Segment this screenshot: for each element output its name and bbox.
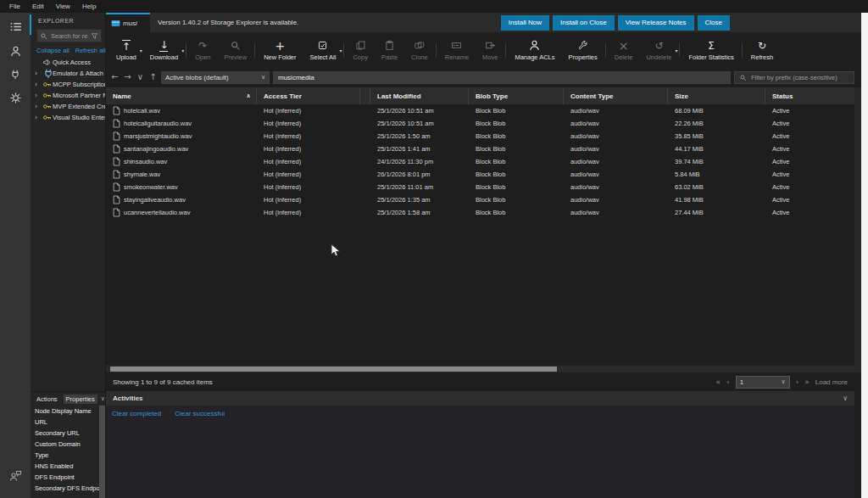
activities-link[interactable]: Clear successful: [175, 410, 225, 417]
resource-search-input[interactable]: [49, 31, 89, 41]
toolbar-button[interactable]: ↷ Open: [188, 39, 217, 61]
menu-item[interactable]: File: [3, 3, 26, 10]
toolbar-button[interactable]: Preview: [218, 39, 254, 61]
property-label[interactable]: HNS Enabled: [31, 461, 105, 472]
next-page-icon[interactable]: ›: [796, 378, 799, 386]
property-label[interactable]: URL: [31, 417, 105, 428]
toolbar-button[interactable]: Properties: [562, 39, 604, 61]
column-header-blob-type[interactable]: Blob Type: [469, 87, 564, 104]
scrollbar-thumb[interactable]: [110, 367, 557, 372]
toolbar-button[interactable]: Rename: [438, 39, 476, 61]
property-label[interactable]: Secondary DFS Endpoint: [31, 483, 105, 494]
property-label[interactable]: Custom Domain: [31, 439, 105, 450]
activity-bar-icon[interactable]: [8, 20, 23, 34]
toolbar-button[interactable]: Copy: [346, 39, 375, 61]
caret-down-icon[interactable]: ▾: [339, 48, 342, 53]
load-more-link[interactable]: Load more: [815, 378, 848, 386]
toolbar-button[interactable]: Move: [476, 39, 504, 61]
table-row[interactable]: hotelcaliguitaraudio.wav Hot (inferred) …: [106, 117, 854, 130]
banner-button[interactable]: Install on Close: [553, 15, 615, 31]
toolbar-button[interactable]: Manage ACLs: [508, 39, 561, 61]
table-row[interactable]: santanajingoaudio.wav Hot (inferred) 25/…: [106, 143, 854, 155]
page-selector[interactable]: 1 ∨: [736, 376, 790, 389]
tree-item[interactable]: › MVP Extended Cre: [31, 101, 105, 112]
chevron-down-icon[interactable]: ∨: [843, 395, 848, 402]
table-row[interactable]: smokeonwater.wav Hot (inferred) 25/1/202…: [106, 181, 854, 193]
column-header-status[interactable]: Status: [765, 87, 854, 104]
toolbar-button[interactable]: + New Folder: [257, 39, 303, 61]
column-header-access-tier[interactable]: Access Tier: [257, 87, 360, 104]
feedback-icon[interactable]: [8, 469, 22, 483]
activity-bar-icon[interactable]: [9, 69, 21, 81]
toolbar-button[interactable]: ↑ ▾ Upload: [109, 39, 143, 61]
toolbar-button-icon: Σ: [708, 39, 715, 53]
table-row[interactable]: stayingaliveaudio.wav Hot (inferred) 25/…: [106, 193, 854, 206]
toolbar-button[interactable]: ↺ ▾ Undelete: [639, 39, 678, 61]
blob-view-selector[interactable]: Active blobs (default) ∨: [161, 71, 270, 84]
menu-item[interactable]: View: [50, 3, 76, 10]
caret-down-icon[interactable]: ▾: [140, 48, 142, 53]
filter-icon[interactable]: [91, 32, 98, 40]
toolbar-button[interactable]: ▾ Select All: [303, 39, 343, 61]
toolbar-button[interactable]: × Delete: [608, 39, 640, 61]
chevron-down-icon[interactable]: ∨: [136, 73, 145, 81]
property-label[interactable]: Secondary URL: [31, 428, 105, 439]
storage-explorer-window: File Edit View Help EXPLORER Collap: [0, 0, 868, 498]
tree-item[interactable]: › Emulator & Attach: [31, 68, 105, 79]
first-page-icon[interactable]: «: [716, 378, 721, 386]
table-row[interactable]: ucannevertellaudio.wav Hot (inferred) 25…: [106, 206, 854, 219]
menu-item[interactable]: Edit: [26, 3, 50, 10]
banner-button[interactable]: Install Now: [501, 15, 549, 31]
caret-down-icon[interactable]: ▾: [181, 48, 184, 53]
up-icon[interactable]: ↑: [148, 73, 158, 81]
resource-search-box[interactable]: [36, 29, 102, 42]
banner-button[interactable]: Close: [698, 15, 730, 31]
toolbar-button-label: Paste: [381, 53, 398, 61]
back-icon[interactable]: ←: [110, 73, 120, 81]
file-icon: [113, 157, 120, 166]
column-header-size[interactable]: Size: [668, 87, 765, 104]
tree-item[interactable]: › Microsoft Partner N: [31, 90, 105, 101]
table-row[interactable]: shinsaudio.wav Hot (inferred) 24/1/2026 …: [106, 155, 854, 168]
tree-item[interactable]: › Visual Studio Enter: [31, 112, 105, 123]
tab-musicmedia[interactable]: musi: [106, 13, 150, 32]
path-input[interactable]: [273, 71, 731, 84]
tree-item[interactable]: Quick Access: [31, 57, 105, 68]
refresh-all-link[interactable]: Refresh all: [75, 47, 106, 54]
toolbar-button[interactable]: Σ Folder Statistics: [682, 39, 740, 61]
previous-page-icon[interactable]: ‹: [726, 378, 730, 386]
chevron-down-icon[interactable]: ∨: [101, 396, 105, 402]
collapse-all-link[interactable]: Collapse all: [36, 47, 70, 54]
table-row[interactable]: shymale.wav Hot (inferred) 26/1/2026 8:0…: [106, 168, 854, 181]
table-row[interactable]: hotelcali.wav Hot (inferred) 25/1/2026 1…: [106, 104, 854, 117]
activities-header[interactable]: Activities ∨: [106, 391, 854, 406]
property-label[interactable]: Node Display Name: [31, 406, 105, 417]
properties-scrollbar[interactable]: [99, 406, 105, 498]
column-header-last-modified[interactable]: Last Modified: [370, 87, 469, 104]
property-label[interactable]: DFS Endpoint: [31, 472, 105, 483]
toolbar-button-icon: [355, 39, 366, 53]
tree-item[interactable]: › MCPP Subscription: [31, 79, 105, 90]
property-label[interactable]: Type: [31, 450, 105, 461]
forward-icon[interactable]: →: [123, 73, 132, 81]
panel-tab[interactable]: Properties: [64, 394, 97, 404]
activities-link[interactable]: Clear completed: [112, 410, 161, 417]
caret-down-icon[interactable]: ▾: [675, 48, 677, 53]
prefix-filter-input[interactable]: [749, 73, 849, 82]
activity-bar-icon[interactable]: [9, 45, 22, 58]
toolbar-button[interactable]: Clone: [404, 39, 435, 61]
column-header-content-type[interactable]: Content Type: [564, 87, 668, 104]
banner-button[interactable]: View Release Notes: [618, 15, 694, 31]
last-page-icon[interactable]: »: [804, 378, 810, 386]
table-vertical-scrollbar[interactable]: [854, 87, 861, 372]
table-horizontal-scrollbar[interactable]: [106, 366, 854, 372]
toolbar-button[interactable]: ↻ Refresh: [744, 39, 780, 61]
toolbar-button[interactable]: ↓ ▾ Download: [143, 39, 185, 61]
activity-bar-icon[interactable]: [9, 92, 22, 104]
table-row[interactable]: marsjustmightaudio.wav Hot (inferred) 25…: [106, 130, 854, 143]
menu-item[interactable]: Help: [76, 3, 102, 10]
toolbar-button[interactable]: Paste: [375, 39, 404, 61]
panel-tab[interactable]: Actions: [34, 394, 60, 404]
column-header-name[interactable]: Name ∧: [106, 87, 257, 104]
prefix-filter-box[interactable]: [734, 71, 854, 84]
